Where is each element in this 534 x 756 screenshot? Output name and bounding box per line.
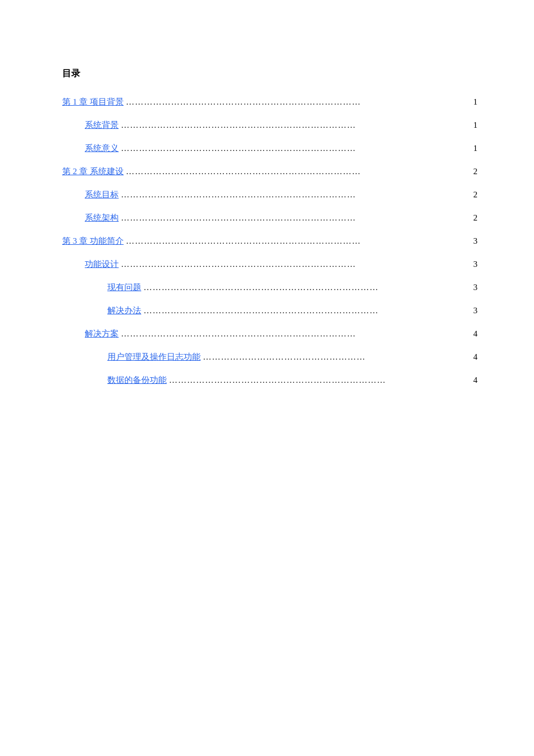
- toc-dots: ……………………………………………………………………: [121, 190, 464, 200]
- toc-page-number: 1: [466, 144, 477, 153]
- toc-page-number: 3: [466, 306, 477, 316]
- toc-dots: ……………………………………………………………………: [121, 213, 464, 223]
- toc-page-number: 3: [466, 260, 477, 269]
- toc-item: 现有问题……………………………………………………………………3: [62, 282, 477, 293]
- toc-item: 用户管理及操作日志功能………………………………………………4: [62, 352, 477, 362]
- toc-link-ch3-1-2[interactable]: 解决办法: [107, 305, 141, 316]
- toc-dots: ……………………………………………………………………: [121, 329, 464, 339]
- toc-list: 第 1 章 项目背景……………………………………………………………………1系统背…: [62, 97, 477, 386]
- toc-title: 目录: [62, 68, 477, 80]
- toc-page-number: 1: [466, 120, 477, 130]
- toc-link-ch3-1[interactable]: 功能设计: [85, 259, 119, 270]
- toc-dots: ……………………………………………………………………: [144, 283, 464, 292]
- toc-item: 功能设计……………………………………………………………………3: [62, 259, 477, 270]
- toc-dots: ……………………………………………………………………: [121, 120, 464, 130]
- toc-link-ch2-2[interactable]: 系统架构: [85, 213, 119, 223]
- toc-page-number: 4: [466, 375, 477, 385]
- toc-item: 系统架构……………………………………………………………………2: [62, 213, 477, 223]
- toc-item: 系统意义……………………………………………………………………1: [62, 143, 477, 154]
- toc-page-number: 3: [466, 236, 477, 246]
- toc-item: 解决方案……………………………………………………………………4: [62, 329, 477, 339]
- toc-link-ch3-1-1[interactable]: 现有问题: [107, 282, 141, 293]
- toc-link-ch1-1[interactable]: 系统背景: [85, 120, 119, 131]
- toc-link-ch3[interactable]: 第 3 章 功能简介: [62, 236, 124, 247]
- toc-dots: ……………………………………………………………………: [121, 144, 464, 153]
- toc-link-ch2[interactable]: 第 2 章 系统建设: [62, 166, 124, 177]
- toc-link-ch3-2[interactable]: 解决方案: [85, 329, 119, 339]
- toc-page-number: 2: [466, 190, 477, 200]
- toc-link-ch1-2[interactable]: 系统意义: [85, 143, 119, 154]
- toc-dots: ……………………………………………………………………: [144, 306, 464, 316]
- toc-page-number: 2: [466, 167, 477, 176]
- toc-link-ch1[interactable]: 第 1 章 项目背景: [62, 97, 124, 107]
- page: 目录 第 1 章 项目背景……………………………………………………………………1…: [0, 0, 534, 756]
- toc-item: 系统目标……………………………………………………………………2: [62, 189, 477, 200]
- toc-page-number: 4: [466, 329, 477, 339]
- toc-item: 第 1 章 项目背景……………………………………………………………………1: [62, 97, 477, 107]
- toc-link-ch3-2-2[interactable]: 数据的备份功能: [107, 375, 167, 386]
- toc-page-number: 1: [466, 97, 477, 107]
- toc-item: 系统背景……………………………………………………………………1: [62, 120, 477, 131]
- toc-dots: ……………………………………………………………………: [126, 167, 464, 176]
- toc-dots: ……………………………………………………………………: [126, 236, 464, 246]
- toc-link-ch2-1[interactable]: 系统目标: [85, 189, 119, 200]
- toc-dots: ……………………………………………………………………: [121, 260, 464, 269]
- toc-item: 第 2 章 系统建设……………………………………………………………………2: [62, 166, 477, 177]
- toc-page-number: 2: [466, 213, 477, 223]
- toc-link-ch3-2-1[interactable]: 用户管理及操作日志功能: [107, 352, 201, 362]
- toc-dots: ………………………………………………: [203, 352, 464, 362]
- toc-page-number: 4: [466, 352, 477, 362]
- toc-item: 第 3 章 功能简介……………………………………………………………………3: [62, 236, 477, 247]
- toc-item: 数据的备份功能………………………………………………………………4: [62, 375, 477, 386]
- toc-page-number: 3: [466, 283, 477, 292]
- toc-item: 解决办法……………………………………………………………………3: [62, 305, 477, 316]
- toc-dots: ……………………………………………………………………: [126, 97, 464, 107]
- toc-dots: ………………………………………………………………: [169, 375, 464, 385]
